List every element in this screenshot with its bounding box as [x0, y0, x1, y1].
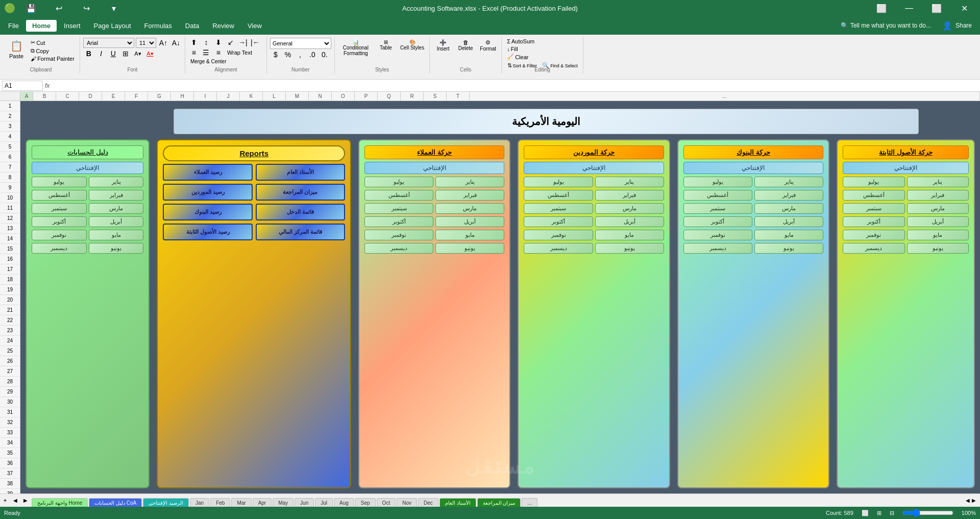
format-button[interactable]: ⚙ Format	[478, 38, 498, 68]
month-may[interactable]: مايو	[89, 230, 144, 240]
asset-dec[interactable]: ديسمبر	[843, 243, 904, 254]
menu-page-layout[interactable]: Page Layout	[88, 20, 137, 32]
month-jun[interactable]: يونيو	[89, 243, 144, 254]
tab-coa[interactable]: دليل الحسابات CoA	[89, 498, 142, 507]
sup-oct[interactable]: أكتوبر	[524, 216, 593, 227]
month-feb[interactable]: فبراير	[89, 190, 144, 201]
bank-aug[interactable]: أغسطس	[683, 190, 752, 201]
menu-file[interactable]: File	[2, 20, 25, 32]
cust-may[interactable]: مايو	[435, 230, 504, 240]
font-size-select[interactable]: 11	[136, 38, 156, 48]
sup-feb[interactable]: فبراير	[595, 190, 664, 201]
report-trial-balance[interactable]: ميزان المراجعة	[256, 184, 345, 201]
row-13[interactable]: 13	[0, 224, 20, 234]
increase-font-button[interactable]: A↑	[158, 38, 169, 47]
currency-button[interactable]: $	[270, 50, 281, 59]
undo-button[interactable]: ↩	[47, 0, 70, 16]
card-coa-title[interactable]: دليل الحسابات	[32, 145, 143, 159]
row-14[interactable]: 14	[0, 234, 20, 244]
cust-oct[interactable]: أكتوبر	[364, 216, 433, 227]
row-19[interactable]: 19	[0, 285, 20, 295]
month-mar[interactable]: مارس	[89, 203, 144, 214]
month-dec[interactable]: ديسمبر	[32, 243, 87, 254]
card-reports-title[interactable]: Reports	[163, 145, 345, 161]
report-bank-balance[interactable]: رصيد البنوك	[163, 204, 252, 220]
card-assets-opening[interactable]: الإفتتاحي	[843, 162, 969, 174]
col-header-o[interactable]: O	[332, 92, 355, 101]
col-header-t[interactable]: T	[447, 92, 470, 101]
col-header-e[interactable]: E	[102, 92, 125, 101]
name-box[interactable]	[2, 81, 43, 91]
col-header-l[interactable]: L	[263, 92, 286, 101]
copy-button[interactable]: ⧉ Copy	[29, 47, 77, 55]
paste-button[interactable]: 📋 Paste	[5, 38, 28, 68]
asset-oct[interactable]: أكتوبر	[843, 216, 904, 227]
row-37[interactable]: 37	[0, 468, 20, 479]
report-supplier-balance[interactable]: رصيد الموردين	[163, 184, 252, 201]
insert-button[interactable]: ➕ Insert	[433, 38, 453, 68]
share-btn[interactable]: Share	[955, 22, 972, 29]
col-header-s[interactable]: S	[424, 92, 447, 101]
row-15[interactable]: 15	[0, 244, 20, 254]
increase-decimal-button[interactable]: .0	[307, 50, 318, 59]
sup-nov[interactable]: نوفمبر	[524, 230, 593, 240]
indent-increase-button[interactable]: →|	[237, 38, 249, 47]
tell-me-text[interactable]: Tell me what you want to do...	[850, 22, 931, 29]
month-oct[interactable]: أكتوبر	[32, 216, 87, 227]
menu-home[interactable]: Home	[26, 20, 57, 32]
row-4[interactable]: 4	[0, 132, 20, 142]
col-header-d[interactable]: D	[79, 92, 102, 101]
tab-aug[interactable]: Aug	[334, 498, 354, 507]
tab-may[interactable]: May	[273, 498, 293, 507]
tab-sep[interactable]: Sep	[355, 498, 376, 507]
tab-jun[interactable]: Jun	[295, 498, 314, 507]
delete-button[interactable]: 🗑 Delete	[455, 38, 476, 68]
fill-color-button[interactable]: A▾	[132, 49, 143, 58]
tab-oct[interactable]: Oct	[377, 498, 396, 507]
row-36[interactable]: 36	[0, 458, 20, 468]
prev-page-button[interactable]: ◀	[966, 498, 970, 503]
cust-nov[interactable]: نوفمبر	[364, 230, 433, 240]
fill-button[interactable]: ↓ Fill	[505, 45, 580, 53]
bold-button[interactable]: B	[83, 49, 94, 58]
bank-jun[interactable]: يونيو	[754, 243, 823, 254]
row-26[interactable]: 26	[0, 356, 20, 366]
tab-feb[interactable]: Feb	[210, 498, 230, 507]
row-21[interactable]: 21	[0, 305, 20, 315]
italic-button[interactable]: I	[95, 49, 107, 58]
row-1[interactable]: 1	[0, 101, 20, 111]
add-sheet-button[interactable]: +	[0, 496, 10, 506]
conditional-formatting-button[interactable]: 📊 Conditional Formatting	[338, 38, 374, 68]
wrap-text-button[interactable]: Wrap Text	[225, 49, 254, 56]
merge-center-button[interactable]: Merge & Center	[188, 58, 229, 65]
save-button[interactable]: 💾	[19, 0, 43, 16]
col-header-c[interactable]: C	[56, 92, 79, 101]
card-customers-opening[interactable]: الإفتتاحي	[364, 162, 504, 174]
tab-mar[interactable]: Mar	[231, 498, 251, 507]
asset-jan[interactable]: يناير	[907, 177, 969, 187]
row-31[interactable]: 31	[0, 407, 20, 417]
card-suppliers-opening[interactable]: الإفتتاحي	[524, 162, 664, 174]
row-6[interactable]: 6	[0, 152, 20, 162]
cust-dec[interactable]: ديسمبر	[364, 243, 433, 254]
zoom-slider[interactable]	[902, 509, 953, 517]
formula-input[interactable]	[52, 82, 978, 89]
bank-jan[interactable]: يناير	[754, 177, 823, 187]
tab-nov[interactable]: Nov	[397, 498, 417, 507]
month-nov[interactable]: نوفمبر	[32, 230, 87, 240]
sup-aug[interactable]: أغسطس	[524, 190, 593, 201]
grid-content[interactable]: اليومية الأمريكية دليل الحسابات الإفتتاح…	[20, 101, 980, 493]
row-9[interactable]: 9	[0, 183, 20, 193]
col-header-i[interactable]: I	[194, 92, 217, 101]
cust-feb[interactable]: فبراير	[435, 190, 504, 201]
asset-mar[interactable]: مارس	[907, 203, 969, 214]
bank-sep[interactable]: سبتمبر	[683, 203, 752, 214]
sup-jan[interactable]: يناير	[595, 177, 664, 187]
cell-styles-button[interactable]: 🎨 Cell Styles	[398, 38, 426, 68]
month-aug[interactable]: أغسطس	[32, 190, 87, 201]
row-32[interactable]: 32	[0, 417, 20, 428]
sup-apr[interactable]: أبريل	[595, 216, 664, 227]
row-39[interactable]: 39	[0, 489, 20, 493]
report-income[interactable]: قائمة الدخل	[256, 204, 345, 220]
autosum-button[interactable]: Σ AutoSum	[505, 38, 580, 45]
